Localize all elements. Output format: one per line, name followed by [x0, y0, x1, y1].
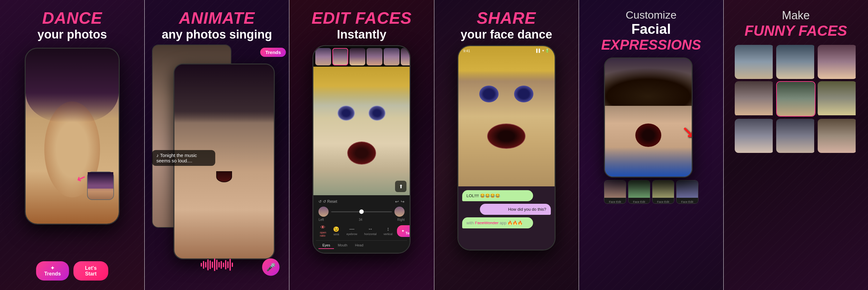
panel-5-content: ↘ Face Edit Face Edit Face Edit	[604, 58, 698, 204]
tab-open-ratio[interactable]: 👁 open ratio	[317, 223, 329, 239]
tab-wink[interactable]: 😉 wink	[331, 225, 342, 237]
cat-tab-head[interactable]: Head	[351, 242, 367, 249]
slider-labels: Left 34 Right	[316, 218, 407, 221]
panel-1-headline: DANCE	[37, 9, 107, 28]
tab-eyebrow[interactable]: — eyebrow	[344, 225, 360, 237]
app-suffix: app 🔥🔥🔥	[499, 220, 523, 225]
panel-customize: Customize Facial EXPRESSIONS ↘ Face Edit	[579, 0, 723, 290]
wave-bar	[223, 262, 224, 267]
export-btn[interactable]: ⬆	[395, 181, 406, 192]
chat-bubble-1: LOL!!!! 😂😂😂😂	[462, 190, 533, 201]
panel-5-line3: EXPRESSIONS	[601, 37, 701, 53]
reset-undo-row: ↺ ↺ Reset ↩ ↪	[316, 198, 407, 205]
slider-track[interactable]	[331, 211, 392, 212]
grid-item-1[interactable]	[735, 45, 774, 79]
face-edit-card-1[interactable]: Face Edit	[604, 180, 626, 204]
face-edit-card-4[interactable]: Face Edit	[676, 180, 698, 204]
panel-6-line2: FUNNY FACES	[745, 22, 847, 39]
grid-item-8[interactable]	[776, 119, 815, 153]
panel-4-phone: 9:41 ▌▌ ▾ 🔋 LOL!!!! 😂😂😂😂 How did you do …	[458, 45, 556, 251]
trends-button[interactable]: ✦ Trends	[36, 261, 69, 281]
status-bar: 9:41 ▌▌ ▾ 🔋	[458, 46, 555, 54]
face-edit-card-3[interactable]: Face Edit	[652, 180, 674, 204]
undo-redo-buttons[interactable]: ↩ ↪	[395, 199, 405, 204]
grid-item-7[interactable]	[735, 119, 774, 153]
blonde-hair	[313, 67, 410, 105]
face-card-img-2	[628, 180, 650, 198]
face-thumb-1[interactable]	[315, 48, 331, 65]
reset-label[interactable]: ↺ ↺ Reset	[318, 200, 337, 204]
panel-dance: DANCE your photos ↙ ✦ Trends Let's Start	[0, 0, 144, 290]
face-thumb-2-selected[interactable]	[332, 48, 348, 65]
face-thumb-3[interactable]	[349, 48, 365, 65]
wave-bar	[201, 263, 202, 267]
panel-3-phone: ⬆ ↺ ↺ Reset ↩ ↪	[312, 45, 410, 254]
trends-badge[interactable]: Trends	[260, 48, 286, 57]
horizontal-icon: ↔	[368, 226, 373, 232]
grid-item-2[interactable]	[776, 45, 815, 79]
wave-bar	[229, 259, 231, 271]
face-edit-card-2[interactable]: Face Edit	[628, 180, 650, 204]
lets-start-button[interactable]: Let's Start	[73, 261, 108, 281]
cat-tab-eyes[interactable]: Eyes	[318, 242, 334, 249]
panel-2-title: ANIMATE any photos singing	[162, 0, 272, 41]
grid-face-1	[735, 45, 773, 79]
grid-face-9	[818, 119, 856, 153]
redo-icon[interactable]: ↪	[401, 199, 405, 204]
panel-5-line1: Customize	[601, 9, 701, 21]
slider-value: 34	[359, 218, 363, 221]
portrait-right-eye	[514, 85, 533, 102]
panel-share: SHARE your face dance 9:41 ▌▌ ▾ 🔋 LOL!!!…	[434, 0, 579, 290]
grid-face-2	[776, 45, 814, 79]
face-thumb-5[interactable]	[384, 48, 400, 65]
wink-icon: 😉	[333, 226, 339, 232]
panel-3-headline: EDIT FACES	[311, 9, 411, 28]
time-display: 9:41	[463, 49, 470, 53]
undo-icon[interactable]: ↩	[395, 199, 399, 204]
panel-3-title: EDIT FACES Instantly	[311, 0, 411, 41]
grid-face-4	[735, 81, 773, 115]
wave-bar	[210, 260, 211, 269]
child-face-large: ↘	[604, 58, 693, 178]
chat-area: LOL!!!! 😂😂😂😂 How did you do this? with F…	[458, 186, 555, 250]
grid-face-3	[818, 45, 856, 79]
panel-4-subhead: your face dance	[461, 28, 552, 42]
slider-left-label: Left	[318, 218, 324, 221]
grid-item-9[interactable]	[818, 119, 857, 153]
mic-button[interactable]: 🎤	[262, 258, 280, 276]
grid-item-5-selected[interactable]	[776, 81, 815, 116]
grid-item-3[interactable]	[818, 45, 857, 79]
template-button[interactable]: ✦ ✦ Template	[397, 225, 410, 237]
tab-vertical[interactable]: ↕ vertical	[381, 225, 395, 237]
template-label: ✦ Template	[405, 227, 410, 235]
grid-item-6[interactable]	[818, 81, 857, 116]
eye-open-ratio-icon: 👁	[320, 225, 326, 230]
singing-bubble: ♪ Tonight the music seems so loud....	[152, 150, 215, 166]
face-card-label-3: Face Edit	[652, 198, 674, 204]
cat-tab-mouth[interactable]: Mouth	[334, 242, 351, 249]
tab-horizontal[interactable]: ↔ horizontal	[362, 225, 379, 237]
panel-5-title: Customize Facial EXPRESSIONS	[601, 0, 701, 53]
face-main-area: ⬆	[313, 67, 410, 195]
afro-hair	[605, 59, 692, 106]
signal-icons: ▌▌ ▾ 🔋	[536, 49, 550, 53]
face-editor-screen: ⬆ ↺ ↺ Reset ↩ ↪	[313, 46, 410, 253]
eye-tabs: 👁 open ratio 😉 wink — eyebrow ↔ horizont…	[316, 221, 407, 241]
panel-4-headline: SHARE	[461, 9, 552, 28]
panel-1-phone: ↙	[25, 48, 120, 225]
face-thumb-4[interactable]	[367, 48, 382, 65]
face-card-img-3	[652, 180, 674, 198]
app-name-link: FaceWonder	[475, 220, 498, 225]
chat-text-1: LOL!!!! 😂😂😂😂	[467, 193, 500, 198]
tab-vertical-label: vertical	[384, 232, 393, 235]
slider-thumb[interactable]	[359, 210, 364, 214]
chat-text-2: How did you do this?	[508, 207, 547, 212]
wave-bar	[232, 262, 233, 267]
small-portrait	[87, 172, 114, 200]
grid-item-4[interactable]	[735, 81, 774, 116]
vertical-icon: ↕	[387, 226, 390, 232]
face-bg-gradient	[313, 67, 410, 195]
music-notes: ♪	[156, 153, 160, 158]
red-arrow: ↘	[682, 123, 693, 141]
face-thumb-6[interactable]	[401, 48, 410, 65]
